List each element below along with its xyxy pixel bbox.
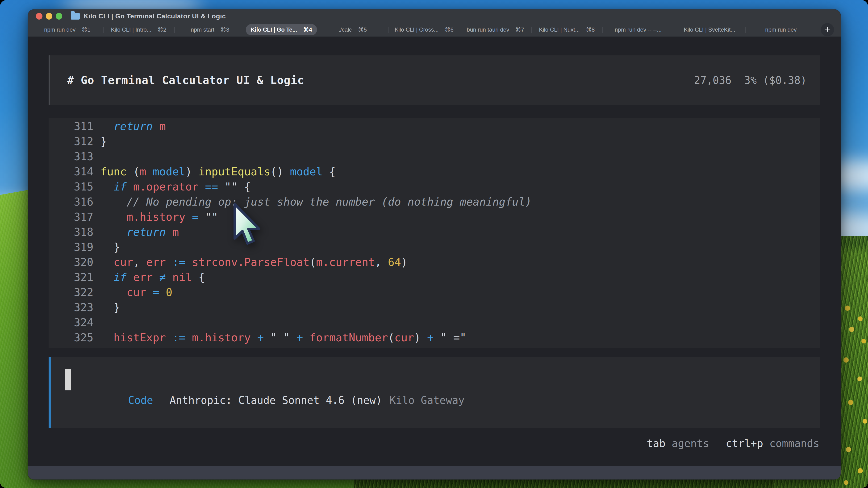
session-title: # Go Terminal Calculator UI & Logic bbox=[67, 74, 304, 87]
session-stats: 27,0363% ($0.38) bbox=[694, 74, 807, 86]
tab-1[interactable]: npm run dev⌘1 bbox=[32, 23, 103, 36]
line-number: 322 bbox=[49, 285, 93, 300]
tab-11[interactable]: npm run dev bbox=[745, 23, 816, 36]
line-number: 311 bbox=[49, 119, 93, 134]
hint-label: agents bbox=[665, 437, 709, 449]
line-number: 318 bbox=[49, 224, 93, 239]
tab-label: Kilo CLI | Nuxt... bbox=[539, 26, 580, 33]
hint-key: ctrl+p bbox=[726, 437, 763, 449]
tab-label: Kilo CLI | Intro... bbox=[111, 26, 151, 33]
code-text: return m bbox=[100, 119, 166, 134]
code-text: } bbox=[100, 239, 120, 255]
tab-label: bun run tauri dev bbox=[467, 26, 509, 33]
session-header: # Go Terminal Calculator UI & Logic 27,0… bbox=[49, 55, 820, 105]
line-number: 316 bbox=[49, 194, 93, 209]
model-indicator[interactable]: Anthropic: Claude Sonnet 4.6 (new) bbox=[169, 394, 382, 406]
wallpaper-flowers bbox=[0, 0, 3, 3]
line-number: 317 bbox=[49, 209, 93, 224]
code-view[interactable]: 311 return m312}313314func (m model) inp… bbox=[49, 118, 820, 348]
tab-2[interactable]: Kilo CLI | Intro...⌘2 bbox=[103, 23, 175, 36]
tab-shortcut: ⌘5 bbox=[358, 26, 367, 33]
prompt-input[interactable]: CodeAnthropic: Claude Sonnet 4.6 (new)Ki… bbox=[49, 357, 820, 428]
folder-icon bbox=[71, 13, 80, 20]
code-line: 312} bbox=[49, 134, 820, 149]
tab-4[interactable]: Kilo CLI | Go Te...⌘4 bbox=[246, 24, 317, 35]
code-line: 316 // No pending op: just show the numb… bbox=[49, 194, 820, 209]
tab-bar: npm run dev⌘1Kilo CLI | Intro...⌘2npm st… bbox=[28, 23, 841, 36]
code-line: 317 m.history = "" bbox=[49, 209, 820, 224]
tab-shortcut: ⌘4 bbox=[303, 26, 312, 33]
token-count: 27,036 bbox=[694, 74, 732, 86]
code-text: } bbox=[100, 300, 120, 315]
hint-label: commands bbox=[763, 437, 819, 449]
code-line: 325 histExpr := m.history + " " + format… bbox=[49, 330, 820, 345]
tab-10[interactable]: Kilo CLI | SvelteKit... bbox=[674, 23, 745, 36]
tab-label: Kilo CLI | Cross... bbox=[395, 26, 438, 33]
line-number: 325 bbox=[49, 330, 93, 345]
context-usage: 3% ($0.38) bbox=[744, 74, 807, 86]
terminal-window: Kilo CLI | Go Terminal Calculator UI & L… bbox=[28, 9, 841, 480]
line-number: 315 bbox=[49, 179, 93, 194]
mouse-pointer-icon bbox=[232, 202, 262, 250]
window-bottom-bar bbox=[28, 466, 841, 480]
code-line: 321 if err ≠ nil { bbox=[49, 270, 820, 285]
code-text: cur = 0 bbox=[100, 285, 173, 300]
tab-shortcut: ⌘2 bbox=[158, 26, 166, 33]
code-line: 319 } bbox=[49, 239, 820, 255]
tab-label: npm run dev -- --... bbox=[615, 26, 661, 33]
code-text: m.history = "" bbox=[100, 209, 218, 224]
code-text: return m bbox=[100, 224, 179, 239]
line-number: 324 bbox=[49, 315, 93, 330]
close-button[interactable] bbox=[36, 13, 42, 20]
tab-shortcut: ⌘8 bbox=[586, 26, 595, 33]
code-line: 313 bbox=[49, 149, 820, 164]
window-title: Kilo CLI | Go Terminal Calculator UI & L… bbox=[84, 12, 226, 20]
mode-indicator[interactable]: Code bbox=[128, 394, 153, 406]
tab-5[interactable]: ./calc⌘5 bbox=[317, 23, 389, 36]
hint-key: tab bbox=[647, 437, 665, 449]
tab-6[interactable]: Kilo CLI | Cross...⌘6 bbox=[389, 23, 460, 36]
line-number: 319 bbox=[49, 239, 93, 255]
code-line: 318 return m bbox=[49, 224, 820, 239]
tab-label: Kilo CLI | SvelteKit... bbox=[684, 26, 735, 33]
code-line: 311 return m bbox=[49, 119, 820, 134]
code-text: cur, err := strconv.ParseFloat(m.current… bbox=[100, 255, 408, 270]
tab-shortcut: ⌘6 bbox=[445, 26, 453, 33]
tab-shortcut: ⌘7 bbox=[516, 26, 524, 33]
tab-shortcut: ⌘1 bbox=[82, 26, 90, 33]
line-number: 312 bbox=[49, 134, 93, 149]
minimize-button[interactable] bbox=[46, 13, 52, 20]
code-text: // No pending op: just show the number (… bbox=[100, 194, 532, 209]
desktop: Kilo CLI | Go Terminal Calculator UI & L… bbox=[0, 0, 868, 488]
tab-3[interactable]: npm start⌘3 bbox=[174, 23, 246, 36]
line-number: 313 bbox=[49, 149, 93, 164]
tab-9[interactable]: npm run dev -- --... bbox=[602, 23, 674, 36]
code-text: if err ≠ nil { bbox=[100, 270, 205, 285]
code-line: 314func (m model) inputEquals() model { bbox=[49, 164, 820, 179]
tab-label: npm start bbox=[191, 26, 214, 33]
keyboard-hints: tab agentsctrl+p commands bbox=[647, 437, 819, 449]
code-line: 323 } bbox=[49, 300, 820, 315]
line-number: 314 bbox=[49, 164, 93, 179]
tab-7[interactable]: bun run tauri dev⌘7 bbox=[460, 23, 531, 36]
window-titlebar[interactable]: Kilo CLI | Go Terminal Calculator UI & L… bbox=[28, 9, 841, 23]
zoom-button[interactable] bbox=[56, 13, 62, 20]
status-row: CodeAnthropic: Claude Sonnet 4.6 (new)Ki… bbox=[66, 382, 464, 418]
new-tab-button[interactable]: + bbox=[821, 23, 834, 36]
new-tab-area: + bbox=[816, 23, 838, 36]
code-text: } bbox=[100, 134, 107, 149]
code-text: if m.operator == "" { bbox=[100, 179, 251, 194]
line-number: 323 bbox=[49, 300, 93, 315]
tab-label: Kilo CLI | Go Te... bbox=[251, 26, 297, 33]
code-text: func (m model) inputEquals() model { bbox=[100, 164, 336, 179]
code-line: 322 cur = 0 bbox=[49, 285, 820, 300]
line-number: 321 bbox=[49, 270, 93, 285]
code-line: 320 cur, err := strconv.ParseFloat(m.cur… bbox=[49, 255, 820, 270]
tab-8[interactable]: Kilo CLI | Nuxt...⌘8 bbox=[531, 23, 602, 36]
code-line: 315 if m.operator == "" { bbox=[49, 179, 820, 194]
provider-indicator: Kilo Gateway bbox=[390, 394, 465, 406]
tab-label: npm run dev bbox=[44, 26, 75, 33]
code-text: histExpr := m.history + " " + formatNumb… bbox=[100, 330, 466, 345]
terminal-content: # Go Terminal Calculator UI & Logic 27,0… bbox=[28, 36, 841, 466]
code-line: 324 bbox=[49, 315, 820, 330]
